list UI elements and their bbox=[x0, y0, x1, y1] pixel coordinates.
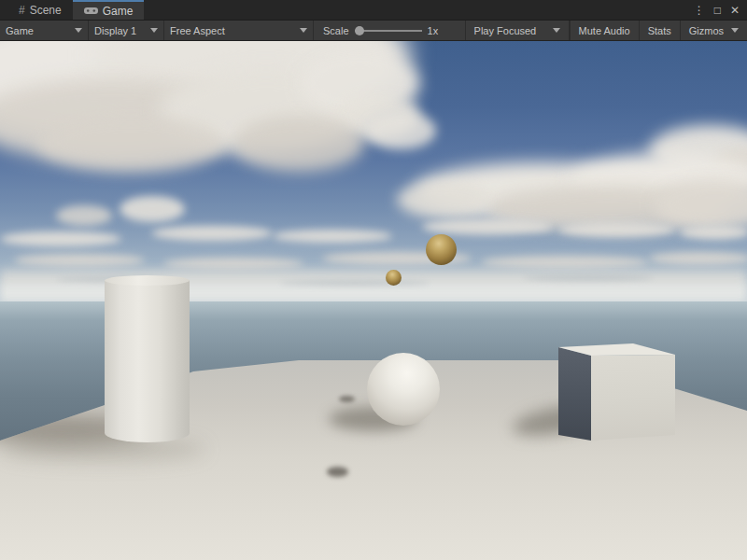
cube-object bbox=[556, 342, 679, 444]
chevron-down-icon bbox=[150, 28, 158, 33]
scene-grid-icon: # bbox=[19, 4, 25, 17]
cloud bbox=[14, 254, 145, 267]
aspect-label: Free Aspect bbox=[170, 25, 225, 36]
display-label: Display 1 bbox=[94, 25, 136, 36]
tab-scene[interactable]: # Scene bbox=[7, 0, 73, 20]
tab-game[interactable]: Game bbox=[73, 0, 145, 20]
tab-scene-label: Scene bbox=[30, 4, 62, 17]
maximize-icon[interactable]: □ bbox=[714, 0, 721, 21]
tab-game-label: Game bbox=[103, 5, 134, 18]
cloud bbox=[366, 112, 436, 149]
cloud bbox=[680, 226, 747, 239]
gizmos-dropdown[interactable]: Gizmos bbox=[680, 21, 747, 40]
window-menu-icon[interactable]: ⋮ bbox=[694, 0, 705, 21]
floating-sphere-shadow bbox=[327, 467, 348, 477]
cloud bbox=[233, 116, 364, 172]
floating-sphere-shadow bbox=[339, 396, 355, 402]
cloud bbox=[273, 230, 392, 243]
sphere-object bbox=[367, 353, 440, 426]
close-icon[interactable]: ✕ bbox=[730, 0, 740, 21]
cloud bbox=[37, 116, 224, 172]
cloud bbox=[56, 205, 112, 226]
cylinder-top bbox=[105, 275, 190, 286]
cloud bbox=[481, 256, 649, 269]
cylinder-object bbox=[105, 275, 190, 442]
sky bbox=[0, 41, 747, 303]
stats-label: Stats bbox=[648, 25, 671, 36]
stats-button[interactable]: Stats bbox=[639, 21, 680, 40]
cylinder-body bbox=[105, 280, 190, 442]
cloud bbox=[151, 226, 273, 241]
cloud bbox=[649, 252, 747, 265]
cloud bbox=[422, 218, 553, 235]
cloud bbox=[558, 222, 675, 237]
scale-label: Scale bbox=[323, 25, 349, 36]
play-focused-label: Play Focused bbox=[474, 25, 537, 36]
scale-control: Scale 1x bbox=[314, 21, 447, 40]
scale-value: 1x bbox=[428, 25, 439, 36]
slider-knob[interactable] bbox=[355, 26, 364, 35]
gold-sphere-large bbox=[426, 234, 457, 265]
cloud bbox=[397, 181, 490, 218]
game-render-viewport[interactable] bbox=[0, 41, 747, 560]
play-focused-dropdown[interactable]: Play Focused bbox=[465, 21, 570, 40]
chevron-down-icon bbox=[731, 28, 739, 33]
gold-sphere-small bbox=[386, 270, 402, 286]
window-controls: ⋮ □ ✕ bbox=[686, 0, 747, 20]
slider-track[interactable] bbox=[355, 30, 422, 32]
display-target-label: Game bbox=[6, 25, 34, 36]
game-view-toolbar: Game Display 1 Free Aspect Scale 1x Play… bbox=[0, 21, 747, 41]
mute-audio-button[interactable]: Mute Audio bbox=[570, 21, 639, 40]
gizmos-label: Gizmos bbox=[689, 25, 724, 36]
chevron-down-icon bbox=[300, 28, 307, 33]
aspect-ratio-dropdown[interactable]: Free Aspect bbox=[164, 21, 314, 40]
cloud bbox=[0, 231, 121, 246]
mute-audio-label: Mute Audio bbox=[579, 25, 630, 36]
cloud bbox=[523, 274, 654, 281]
display-dropdown[interactable]: Display 1 bbox=[89, 21, 164, 40]
gamepad-icon bbox=[84, 7, 98, 15]
display-target-dropdown[interactable]: Game bbox=[0, 21, 89, 40]
cloud bbox=[120, 196, 185, 222]
cloud bbox=[280, 280, 430, 286]
chevron-down-icon bbox=[75, 28, 82, 33]
toolbar-spacer bbox=[447, 21, 464, 40]
cloud bbox=[163, 258, 303, 270]
editor-tab-bar: # Scene Game ⋮ □ ✕ bbox=[0, 0, 747, 21]
chevron-down-icon bbox=[553, 28, 560, 33]
scale-slider[interactable] bbox=[355, 26, 422, 35]
